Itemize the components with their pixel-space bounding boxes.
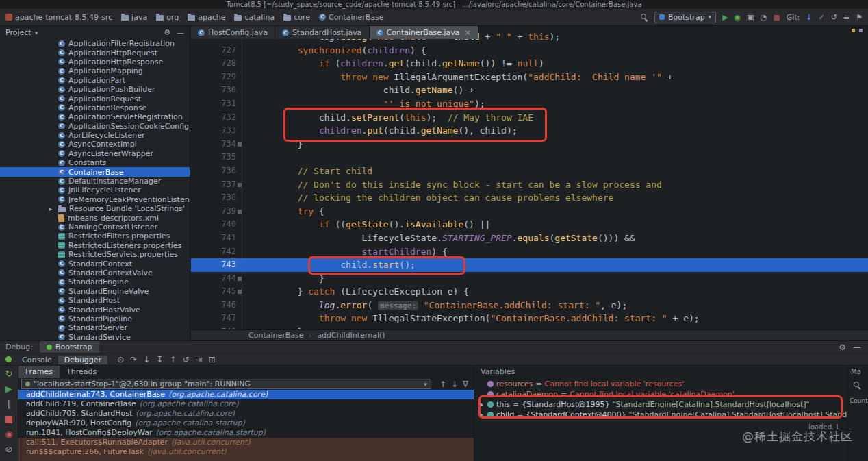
tree-item[interactable]: RestrictedServlets.properties [0, 250, 190, 259]
settings-icon[interactable]: ⚙ [839, 343, 846, 351]
line-number[interactable]: 729 [191, 71, 242, 84]
tree-item[interactable]: CApplicationResponse [0, 103, 190, 112]
breadcrumb-item[interactable]: java [121, 13, 147, 22]
tree-item[interactable]: CStandardHost [0, 296, 190, 305]
code-line[interactable]: 745 } catch (LifecycleException e) { [191, 285, 868, 299]
line-number[interactable]: 728 [191, 57, 242, 71]
mute-breakpoints-button[interactable]: ⊘ [5, 445, 13, 453]
tree-item[interactable]: CDefaultInstanceManager [0, 177, 190, 186]
code-line[interactable]: 744 } [191, 272, 868, 286]
line-number[interactable]: 732 [191, 111, 242, 125]
tree-item[interactable]: CApplicationMapping [0, 66, 190, 75]
search-icon[interactable] [853, 381, 861, 389]
frame-row[interactable]: addChild:705, StandardHost(org.apache.ca… [18, 409, 474, 419]
tab-console[interactable]: Console [16, 356, 58, 364]
profiler-button[interactable]: ◔ [761, 14, 767, 21]
line-number[interactable]: 735 [191, 151, 242, 164]
breadcrumb-item[interactable]: apache-tomcat-8.5.49-src [5, 13, 112, 22]
tree-item[interactable]: CContainerBase [0, 167, 190, 176]
tree-item[interactable]: CStandardContext [0, 259, 190, 268]
tree-item[interactable]: CApplicationRequest [0, 94, 190, 103]
tree-item[interactable]: CApplicationFilterRegistration [0, 39, 190, 48]
evaluate-expression-icon[interactable]: ⊞ [209, 356, 216, 364]
breadcrumb-item[interactable]: apache [188, 13, 225, 22]
git-commit-button[interactable]: ✓ [818, 14, 824, 21]
hide-panel-icon[interactable]: — [853, 343, 861, 351]
code-line[interactable]: 729 throw new IllegalArgumentException("… [191, 71, 868, 84]
line-number[interactable]: 739 [191, 205, 242, 219]
tree-item[interactable]: CStandardPipeline [0, 314, 190, 323]
step-into-icon[interactable]: ↓ [143, 356, 150, 364]
rerun-button[interactable]: ↻ [5, 369, 13, 378]
chevron-down-icon[interactable]: ▾ [35, 29, 38, 36]
tab-bootstrap-session[interactable]: Bootstrap [40, 341, 99, 353]
editor-tab[interactable]: CStandardHost.java [275, 26, 370, 39]
tree-item[interactable]: CApplicationSessionCookieConfig [0, 122, 190, 131]
filter-icon[interactable]: ∇ [463, 380, 468, 388]
tree-item[interactable]: mbeans-descriptors.xml [0, 213, 190, 222]
tree-item[interactable]: CApplicationHttpRequest [0, 48, 190, 57]
tree-item[interactable]: CJreMemoryLeakPreventionListener [0, 195, 190, 204]
code-line[interactable]: 739 try { [191, 205, 868, 219]
code-viewport[interactable]: 726 log.debug("Add child " + child + " "… [191, 26, 868, 329]
line-number[interactable]: 744 [191, 272, 242, 286]
frame-row[interactable]: deployWAR:970, HostConfig(org.apache.cat… [18, 419, 474, 428]
frame-row[interactable]: addChild:719, ContainerBase(org.apache.c… [18, 399, 474, 409]
frame-row[interactable]: run:1841, HostConfig$DeployWar(org.apach… [18, 428, 474, 438]
frame-row[interactable]: call:511, Executors$RunnableAdapter(java… [18, 438, 474, 447]
code-line[interactable]: 736 // Start child [191, 164, 868, 178]
code-line[interactable]: 741 LifecycleState.STARTING_PREP.equals(… [191, 232, 868, 245]
tree-item[interactable]: CApplicationPart [0, 76, 190, 85]
code-line[interactable]: 743 child.start(); [191, 258, 868, 272]
run-config-select[interactable]: Bootstrap▾ [654, 12, 716, 23]
editor-tab[interactable]: CHostConfig.java [191, 26, 275, 39]
line-number[interactable]: 743 [191, 258, 242, 272]
tree-item[interactable]: CApplicationPushBuilder [0, 85, 190, 94]
line-number[interactable]: 742 [191, 245, 242, 259]
breadcrumb-method[interactable]: addChildInternal() [317, 331, 385, 340]
tree-item[interactable]: RestrictedFilters.properties [0, 232, 190, 240]
tree-item[interactable]: CAsyncListenerWrapper [0, 149, 190, 158]
git-update-button[interactable]: ↓ [806, 14, 812, 21]
breadcrumb-item[interactable]: catalina [234, 13, 275, 22]
notifications-icon[interactable]: ⚑ [856, 14, 863, 21]
code-line[interactable]: 747 throw new IllegalStateException("Con… [191, 312, 868, 325]
code-line[interactable]: 735 [191, 151, 868, 164]
debug-button[interactable]: ◉ [735, 14, 741, 21]
tree-item[interactable]: CAprLifecycleListener [0, 131, 190, 140]
next-frame-icon[interactable]: ↓ [451, 380, 458, 388]
variable-row[interactable]: resources=Cannot find local variable 're… [474, 379, 847, 389]
line-number[interactable]: 731 [191, 97, 242, 111]
fold-marker[interactable] [238, 142, 242, 147]
tree-item[interactable]: CConstants [0, 158, 190, 167]
settings-icon[interactable]: ⚙ [164, 28, 170, 37]
editor-tab[interactable]: CContainerBase.java× [370, 26, 478, 39]
fold-marker[interactable] [238, 183, 242, 187]
code-line[interactable]: 728 if (children.get(child.getName()) !=… [191, 57, 868, 71]
frame-row[interactable]: addChildInternal:743, ContainerBase(org.… [18, 390, 474, 399]
run-button[interactable]: ▶ [722, 14, 728, 21]
line-number[interactable]: 734 [191, 138, 242, 151]
force-step-into-icon[interactable]: ↧ [156, 356, 163, 364]
breadcrumb-item[interactable]: org [156, 13, 179, 22]
chevron-right-icon[interactable]: ▸ [49, 205, 55, 212]
frame-row[interactable]: run$$$capture:266, FutureTask(java.util.… [18, 447, 474, 457]
thread-selector[interactable]: "localhost-startStop-1"@2,630 in group "… [21, 379, 431, 389]
line-number[interactable]: 746 [191, 299, 242, 312]
line-number[interactable]: 727 [191, 44, 242, 58]
tab-debugger[interactable]: Debugger [58, 356, 107, 364]
frame-row[interactable] [18, 457, 474, 461]
tab-threads[interactable]: Threads [60, 366, 103, 378]
line-number[interactable]: 736 [191, 164, 242, 178]
code-line[interactable]: 746 log.error( message: "ContainerBase.a… [191, 299, 868, 312]
hide-panel-icon[interactable]: — [177, 28, 184, 37]
tab-frames[interactable]: Frames [18, 366, 60, 378]
line-number[interactable]: 745 [191, 285, 242, 299]
stop-button[interactable]: ■ [5, 414, 13, 423]
tree-item[interactable]: CStandardService [0, 333, 190, 341]
close-icon[interactable]: × [465, 28, 471, 37]
tree-item[interactable]: RestrictedListeners.properties [0, 241, 190, 250]
code-line[interactable]: 742 startChildren) { [191, 245, 868, 259]
tree-item[interactable]: CStandardEngineValve [0, 287, 190, 296]
breadcrumb-item[interactable]: CContainerBase [319, 13, 384, 22]
